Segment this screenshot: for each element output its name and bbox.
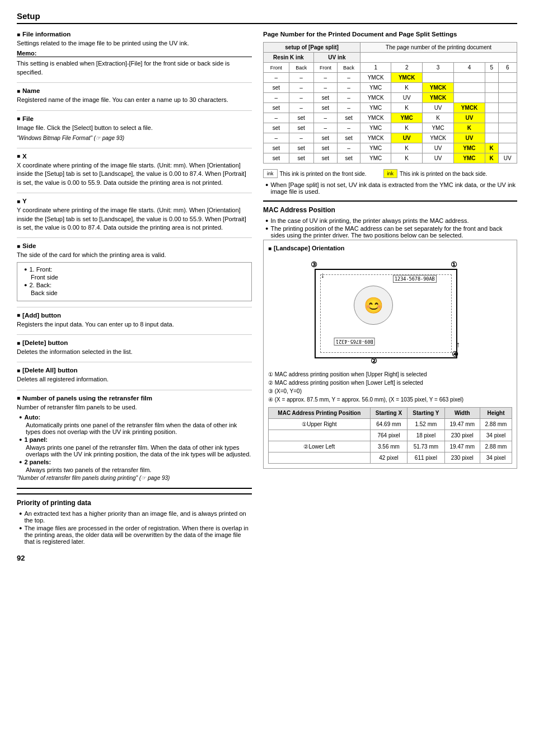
side-front-sub: Front side [22,274,247,281]
table-cell: YMC [454,143,485,153]
retransfer-2panels: 2 panels: [17,459,252,465]
table-cell: – [313,73,337,83]
mac-address-table: MAC Address Printing Position Starting X… [268,407,512,464]
table-cell: set [338,153,360,164]
marker-note-4: ④ (X = approx. 87.5 mm, Y = approx. 56.0… [268,396,512,403]
mac-table-cell: 230 pixel [444,430,480,441]
note-page-split-text: When [Page split] is not set, UV ink dat… [270,181,517,195]
right-column: Page Number for the Printed Document and… [263,31,517,562]
mac-col-sy: Starting Y [407,408,444,419]
memo-text: This setting is enabled when [Extraction… [17,59,252,77]
table-cell: K [391,143,423,153]
ink-box-back: ink [383,169,398,178]
marker-4: ④ [452,350,458,358]
table-cell: set [264,153,289,164]
table-cell [485,133,498,143]
ink-box-front: ink [263,169,278,178]
table-cell [454,83,485,93]
table-cell: UV [391,133,423,143]
table-cell: YMCK [360,93,391,103]
table-cell [423,73,454,83]
add-button-heading: [Add] button [17,312,252,319]
side-item-front: 1. Front: [22,266,247,273]
mac-table-cell [269,430,371,441]
table-cell: set [264,123,289,133]
mac-table-cell: 19.47 mm [444,419,480,430]
page-container: Setup File information Settings related … [0,0,534,573]
priority-item-1: An extracted text has a higher priority … [17,510,252,524]
mac-table-cell: 64.69 mm [370,419,407,430]
table-cell [498,133,517,143]
table-cell: – [338,123,360,133]
mac-col-height: Height [480,408,512,419]
side-back-sub: Back side [22,290,247,296]
delete-button-heading: [Delete] button [17,339,252,346]
marker-2: ② [371,357,377,365]
table-cell [485,123,498,133]
ink-legend-back-text: This ink is printed on the back side. [400,171,487,177]
mac-table-cell: 230 pixel [444,452,480,464]
side-section: Side The side of the card for which the … [17,242,252,301]
table-cell: YMCK [423,133,454,143]
mac-col-width: Width [444,408,480,419]
table-cell: – [264,93,289,103]
table-cell [485,83,498,93]
file-info-heading: File information [17,31,252,38]
page-number: 92 [17,554,252,562]
table-cell: YMC [360,153,391,164]
x-desc: X coordinate where printing of the image… [17,161,252,187]
table-cell: YMC [423,123,454,133]
table-cell [454,93,485,103]
table-cell: YMCK [454,103,485,113]
table-cell: – [313,113,337,123]
retransfer-2panels-sub: Always prints two panels of the retransf… [17,466,252,473]
table-cell [485,103,498,113]
mac-table-cell: ②Lower Left [269,441,371,452]
delete-button-section: [Delete] button Deletes the information … [17,339,252,356]
table-cell: UV [454,113,485,123]
ink-legend-back: ink This ink is printed on the back side… [383,169,488,178]
mac-table-cell: 34 pixel [480,452,512,464]
mac-table-cell: 19.47 mm [444,441,480,452]
landscape-title: [Landscape] Orientation [268,245,512,251]
side-desc: The side of the card for which the print… [17,251,252,259]
mac-col-sx: Starting X [370,408,407,419]
table-cell: – [338,73,360,83]
left-column: File information Settings related to the… [17,31,252,562]
table-cell: – [313,123,337,133]
col-front-1: Front [264,63,289,73]
table-cell: YMC [360,143,391,153]
retransfer-1panel: 1 panel: [17,436,252,443]
x-heading: X [17,153,252,160]
file-heading: File [17,115,252,122]
y-desc: Y coordinate where printing of the image… [17,206,252,232]
retransfer-auto: Auto: [17,414,252,421]
table-cell: set [313,133,337,143]
table-cell: – [289,133,313,143]
mac-table-cell: 42 pixel [370,452,407,464]
table-cell: – [338,143,360,153]
name-section: Name Registered name of the image file. … [17,87,252,104]
ink-legend-front-text: This ink is printed on the front side. [280,171,367,177]
table-cell [485,73,498,83]
retransfer-note: "Number of retransfer film panels during… [17,474,252,482]
table-cell: YMC [454,153,485,164]
table-cell: YMCK [360,133,391,143]
file-info-section: File information Settings related to the… [17,31,252,77]
table-cell: K [391,83,423,93]
table-cell [498,93,517,103]
person-icon: 😊 [354,286,393,325]
table-cell: UV [498,153,517,164]
table-cell: set [313,103,337,113]
delete-all-heading: [Delete All] button [17,367,252,374]
priority-item-2: The image files are processed in the ord… [17,525,252,545]
mac-bullet-2: The printing position of the MAC address… [263,225,517,239]
card-diagram: 😊 1234-5678-90AB B09-8765-4321 ① ② ③ ④ ↓ [306,255,474,367]
retransfer-section: Number of panels using the retransfer fi… [17,395,252,482]
table-cell: set [264,103,289,113]
table-cell: set [338,113,360,123]
table-cell [485,93,498,103]
table-cell: YMCK [360,73,391,83]
table-cell: YMCK [391,73,423,83]
table-cell: – [264,113,289,123]
